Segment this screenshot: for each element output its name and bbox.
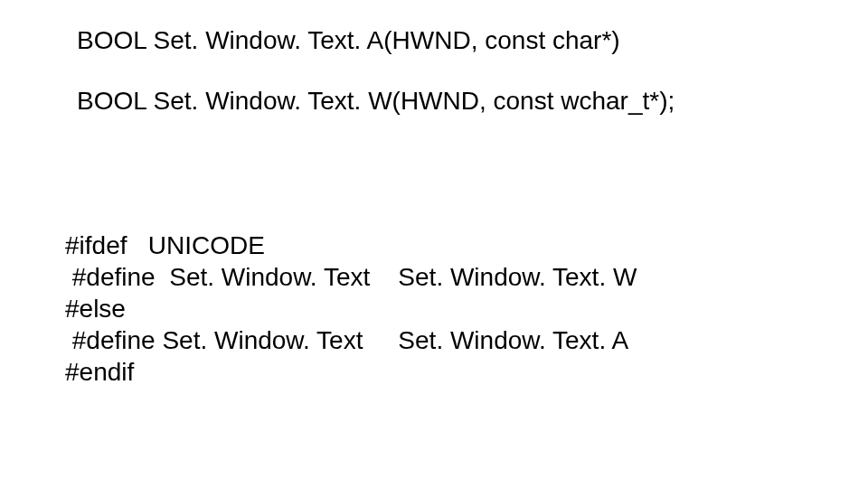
else-line: #else xyxy=(65,294,126,324)
define-w-line: #define Set. Window. Text Set. Window. T… xyxy=(65,262,637,293)
define-a-line: #define Set. Window. Text Set. Window. T… xyxy=(65,325,628,356)
endif-line: #endif xyxy=(65,357,134,388)
ifdef-line: #ifdef UNICODE xyxy=(65,230,265,261)
declaration-a: BOOL Set. Window. Text. A(HWND, const ch… xyxy=(77,25,620,56)
declaration-w: BOOL Set. Window. Text. W(HWND, const wc… xyxy=(77,86,675,117)
code-slide: BOOL Set. Window. Text. A(HWND, const ch… xyxy=(0,0,868,488)
